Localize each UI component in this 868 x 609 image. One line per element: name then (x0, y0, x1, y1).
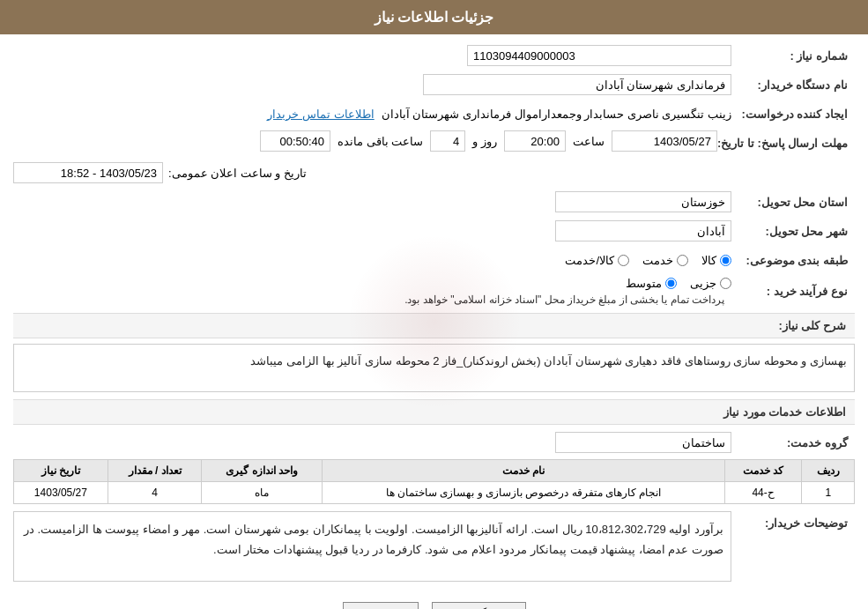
category-kala-khadamat-label: کالا/خدمت (565, 254, 614, 267)
contact-link[interactable]: اطلاعات تماس خریدار (267, 108, 374, 121)
announce-input[interactable] (13, 162, 163, 183)
process-note: پرداخت تمام یا بخشی از مبلغ خریداز محل "… (404, 293, 724, 306)
deadline-remain-label: ساعت باقی مانده (338, 135, 423, 148)
province-row: استان محل تحویل: (13, 189, 855, 214)
creator-value: زینب تنگسیری ناصری حسابدار وجمعداراموال … (382, 108, 731, 121)
category-khadamat-radio[interactable] (677, 255, 688, 266)
service-group-row: گروه خدمت: (13, 430, 855, 455)
buyer-desc-label: توضیحات خریدار: (731, 511, 855, 530)
category-kala-khadamat-option[interactable]: کالا/خدمت (565, 254, 629, 267)
page-header: جزئیات اطلاعات نیاز (0, 0, 868, 34)
table-row: 1ح-44انجام کارهای متفرقه درخصوص بازسازی … (14, 482, 855, 504)
deadline-time-input[interactable] (504, 130, 566, 152)
table-header-row: ردیف کد خدمت نام خدمت واحد اندازه گیری ت… (14, 460, 855, 482)
col-code: کد خدمت (724, 460, 802, 482)
need-number-input[interactable] (467, 45, 731, 66)
col-unit: واحد اندازه گیری (202, 460, 323, 482)
col-qty: تعداد / مقدار (108, 460, 202, 482)
category-row: طبقه بندی موضوعی: کالا خدمت کالا/خدمت (13, 248, 855, 272)
city-label: شهر محل تحویل: (731, 225, 855, 238)
category-kala-radio[interactable] (720, 255, 731, 266)
process-label: نوع فرآیند خرید : (731, 285, 855, 298)
city-row: شهر محل تحویل: (13, 219, 855, 243)
buyer-org-row: نام دستگاه خریدار: (13, 72, 855, 97)
narration-text: بهسازی و محوطه سازی روستاهای فاقد دهیاری… (13, 344, 855, 392)
deadline-date-input[interactable] (612, 130, 717, 152)
services-table: ردیف کد خدمت نام خدمت واحد اندازه گیری ت… (13, 459, 855, 504)
col-row: ردیف (802, 460, 855, 482)
print-button[interactable]: چاپ (343, 602, 419, 609)
need-number-label: شماره نیاز : (731, 49, 855, 63)
category-label: طبقه بندی موضوعی: (731, 254, 855, 267)
category-khadamat-label: خدمت (642, 254, 673, 267)
deadline-day-input[interactable] (430, 130, 465, 152)
col-name: نام خدمت (323, 460, 725, 482)
narration-section-title: شرح کلی نیاز: (13, 313, 855, 338)
back-button[interactable]: بازگشت (432, 602, 526, 609)
buyer-org-label: نام دستگاه خریدار: (731, 78, 855, 92)
category-khadamat-option[interactable]: خدمت (642, 254, 688, 267)
province-input[interactable] (555, 191, 731, 212)
need-number-row: شماره نیاز : (13, 43, 855, 68)
buyer-desc-row: توضیحات خریدار: برآورد اولیه 10،812،302،… (13, 511, 855, 589)
process-motavasset-label: متوسط (626, 277, 662, 290)
page-title: جزئیات اطلاعات نیاز (375, 10, 494, 25)
province-label: استان محل تحویل: (731, 196, 855, 209)
creator-row: ایجاد کننده درخواست: زینب تنگسیری ناصری … (13, 101, 855, 126)
buyer-org-input[interactable] (423, 74, 731, 95)
announce-row: تاریخ و ساعت اعلان عمومی: (13, 160, 855, 185)
process-motavasset-option[interactable]: متوسط (626, 277, 677, 290)
category-kala-khadamat-radio[interactable] (618, 255, 629, 266)
services-section-title: اطلاعات خدمات مورد نیاز (13, 399, 855, 425)
process-jozvi-radio[interactable] (720, 278, 731, 289)
creator-label: ایجاد کننده درخواست: (731, 108, 855, 121)
service-group-input[interactable] (555, 432, 731, 453)
deadline-row: مهلت ارسال پاسخ: تا تاریخ: ساعت روز و سا… (13, 130, 855, 156)
process-motavasset-radio[interactable] (665, 278, 677, 289)
process-jozvi-option[interactable]: جزیی (690, 277, 731, 290)
category-kala-label: کالا (701, 254, 716, 267)
announce-label: تاریخ و ساعت اعلان عمومی: (168, 167, 307, 180)
buttons-row: بازگشت چاپ (13, 593, 855, 609)
deadline-remain-input[interactable] (260, 130, 330, 152)
deadline-day-label: روز و (472, 135, 497, 148)
category-kala-option[interactable]: کالا (701, 254, 731, 267)
buyer-desc-text: برآورد اولیه 10،812،302،729 ریال است. ار… (13, 511, 731, 582)
process-row: نوع فرآیند خرید : جزیی متوسط پرداخت تمام… (13, 277, 855, 306)
city-input[interactable] (555, 220, 731, 241)
process-jozvi-label: جزیی (690, 277, 716, 290)
service-group-label: گروه خدمت: (731, 436, 855, 449)
deadline-time-label: ساعت (573, 135, 605, 148)
deadline-label: مهلت ارسال پاسخ: تا تاریخ: (717, 137, 855, 150)
col-date: تاریخ نیاز (14, 460, 108, 482)
